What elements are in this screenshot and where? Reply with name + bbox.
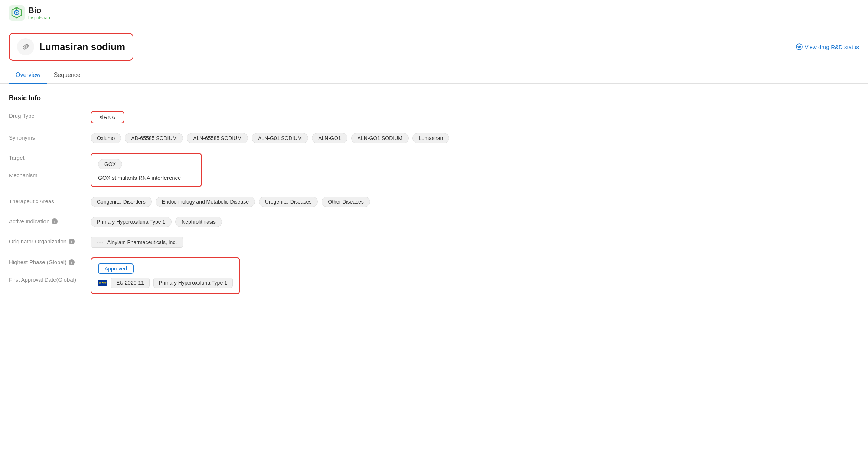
drug-icon bbox=[17, 38, 34, 55]
svg-point-8 bbox=[799, 46, 800, 48]
originator-logo: ≈≈≈ bbox=[97, 240, 104, 245]
active-indication-row: Active Indication i Primary Hyperoxaluri… bbox=[9, 217, 859, 227]
pill-icon bbox=[20, 42, 31, 52]
approval-row: ★★★ EU 2020-11 Primary Hyperoxaluria Typ… bbox=[98, 278, 233, 288]
synonyms-row: Synonyms OxlumoAD-65585 SODIUMALN-65585 … bbox=[9, 133, 859, 143]
drug-title-box: Lumasiran sodium bbox=[9, 33, 133, 61]
mechanism-value: GOX stimulants RNA interference bbox=[98, 175, 195, 181]
svg-text:★★★: ★★★ bbox=[99, 281, 107, 285]
tab-overview[interactable]: Overview bbox=[9, 67, 47, 84]
active-indication-chip: Primary Hyperoxaluria Type 1 bbox=[91, 217, 172, 227]
phase-approval-row: Highest Phase (Global) i First Approval … bbox=[9, 257, 859, 294]
view-rd-label: View drug R&D status bbox=[805, 44, 859, 50]
app-header: Bio by patsnap bbox=[0, 0, 868, 26]
therapeutic-areas-label: Therapeutic Areas bbox=[9, 197, 91, 204]
phase-approval-box: Approved ★★★ EU 2020-11 Primary Hyperoxa… bbox=[91, 257, 240, 294]
target-value-row: GOX bbox=[98, 159, 195, 169]
first-approval-label: First Approval Date(Global) bbox=[9, 275, 91, 283]
synonym-chip: ALN-65585 SODIUM bbox=[187, 133, 248, 143]
originator-label: Originator Organization i bbox=[9, 237, 91, 244]
approval-date-chip: EU 2020-11 bbox=[111, 278, 150, 288]
synonyms-value: OxlumoAD-65585 SODIUMALN-65585 SODIUMALN… bbox=[91, 133, 859, 143]
synonym-chip: ALN-GO1 bbox=[312, 133, 347, 143]
drug-type-row: Drug Type siRNA bbox=[9, 111, 859, 123]
tabs-row: Overview Sequence bbox=[0, 67, 868, 84]
active-indication-chip: Nephrolithiasis bbox=[175, 217, 222, 227]
active-indication-value: Primary Hyperoxaluria Type 1Nephrolithia… bbox=[91, 217, 859, 227]
rd-status-icon bbox=[796, 43, 803, 50]
synonym-chip: ALN-GO1 SODIUM bbox=[351, 133, 409, 143]
drug-type-tag: siRNA bbox=[91, 111, 124, 123]
drug-name: Lumasiran sodium bbox=[39, 41, 125, 53]
active-indication-info-icon: i bbox=[52, 218, 58, 224]
synonyms-label: Synonyms bbox=[9, 133, 91, 141]
therapeutic-area-chip: Congenital Disorders bbox=[91, 197, 152, 207]
therapeutic-area-chip: Urogenital Diseases bbox=[259, 197, 318, 207]
synonym-chip: Oxlumo bbox=[91, 133, 121, 143]
highest-phase-label: Highest Phase (Global) i bbox=[9, 257, 91, 265]
therapeutic-areas-value: Congenital DisordersEndocrinology and Me… bbox=[91, 197, 859, 207]
therapeutic-area-chip: Other Diseases bbox=[322, 197, 370, 207]
patsnap-logo-icon bbox=[9, 5, 25, 21]
approval-indication-chip: Primary Hyperoxaluria Type 1 bbox=[153, 278, 233, 288]
originator-info-icon: i bbox=[69, 239, 75, 244]
basic-info-title: Basic Info bbox=[9, 94, 859, 102]
main-content: Basic Info Drug Type siRNA Synonyms Oxlu… bbox=[0, 84, 868, 314]
logo-area: Bio by patsnap bbox=[9, 5, 50, 21]
active-indication-label: Active Indication i bbox=[9, 217, 91, 224]
synonym-chip: AD-65585 SODIUM bbox=[125, 133, 183, 143]
target-mechanism-row: Target Mechanism GOX GOX stimulants RNA … bbox=[9, 153, 859, 187]
logo-bio-label: Bio bbox=[28, 6, 50, 15]
therapeutic-areas-row: Therapeutic Areas Congenital DisordersEn… bbox=[9, 197, 859, 207]
approved-badge: Approved bbox=[98, 263, 134, 274]
target-gox-chip: GOX bbox=[98, 159, 122, 169]
target-label: Target bbox=[9, 153, 91, 161]
drug-type-label: Drug Type bbox=[9, 111, 91, 119]
eu-flag-icon: ★★★ bbox=[98, 280, 107, 286]
target-mechanism-box: GOX GOX stimulants RNA interference bbox=[91, 153, 202, 187]
drug-title-section: Lumasiran sodium View drug R&D status bbox=[0, 26, 868, 61]
synonym-chip: ALN-G01 SODIUM bbox=[252, 133, 308, 143]
originator-row: Originator Organization i ≈≈≈ Alnylam Ph… bbox=[9, 237, 859, 248]
therapeutic-area-chip: Endocrinology and Metabolic Disease bbox=[156, 197, 255, 207]
originator-chip: ≈≈≈ Alnylam Pharmaceuticals, Inc. bbox=[91, 237, 183, 248]
synonym-chip: Lumasiran bbox=[412, 133, 449, 143]
drug-type-value: siRNA bbox=[91, 111, 859, 123]
logo-by-label: by patsnap bbox=[28, 15, 50, 20]
svg-point-4 bbox=[16, 12, 18, 14]
mechanism-label: Mechanism bbox=[9, 171, 91, 178]
highest-phase-info-icon: i bbox=[69, 259, 75, 265]
logo-text: Bio by patsnap bbox=[28, 6, 50, 21]
tab-sequence[interactable]: Sequence bbox=[47, 67, 87, 84]
originator-value: ≈≈≈ Alnylam Pharmaceuticals, Inc. bbox=[91, 237, 859, 248]
view-rd-status-button[interactable]: View drug R&D status bbox=[796, 43, 859, 50]
